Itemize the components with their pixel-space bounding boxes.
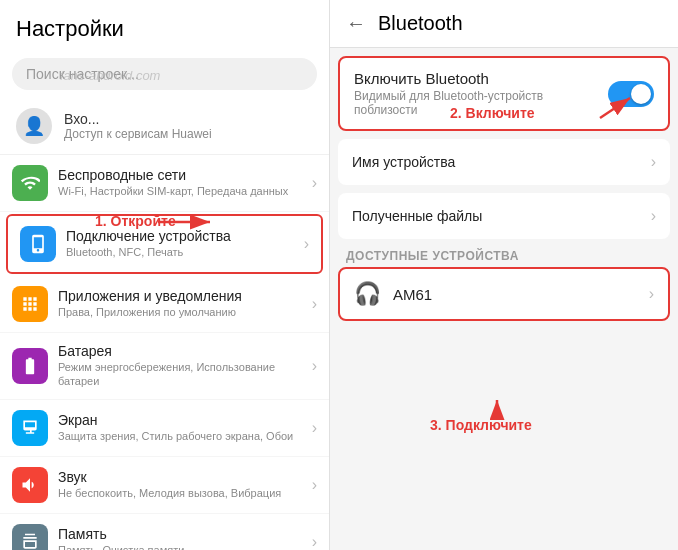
chevron-icon: › bbox=[304, 235, 309, 253]
enable-bluetooth-box: Включить Bluetooth Видимый для Bluetooth… bbox=[338, 56, 670, 131]
menu-item[interactable]: Батарея Режим энергосбережения, Использо… bbox=[0, 333, 329, 400]
account-name: Вхо... bbox=[64, 111, 313, 127]
enable-bluetooth-row: Включить Bluetooth Видимый для Bluetooth… bbox=[354, 70, 654, 117]
menu-item[interactable]: Звук Не беспокоить, Мелодия вызова, Вибр… bbox=[0, 457, 329, 514]
sound-text: Звук Не беспокоить, Мелодия вызова, Вибр… bbox=[58, 469, 312, 500]
chevron-icon: › bbox=[312, 476, 317, 494]
wifi-icon bbox=[12, 165, 48, 201]
search-placeholder: Поиск настроек... bbox=[26, 66, 139, 82]
battery-sub: Режим энергосбережения, Использование ба… bbox=[58, 360, 312, 389]
chevron-icon: › bbox=[651, 153, 656, 171]
device-icon bbox=[20, 226, 56, 262]
wireless-text: Беспроводные сети Wi-Fi, Настройки SIM-к… bbox=[58, 167, 312, 198]
chevron-icon: › bbox=[312, 295, 317, 313]
bt-device-row[interactable]: 🎧 AM61 › bbox=[338, 267, 670, 321]
bluetooth-header: ← Bluetooth bbox=[330, 0, 678, 48]
received-files-row[interactable]: Полученные файлы › bbox=[338, 193, 670, 239]
display-icon bbox=[12, 410, 48, 446]
battery-icon bbox=[12, 348, 48, 384]
enable-bluetooth-info: Включить Bluetooth Видимый для Bluetooth… bbox=[354, 70, 608, 117]
account-sub: Доступ к сервисам Huawei bbox=[64, 127, 313, 141]
device-name: AM61 bbox=[393, 286, 649, 303]
storage-text: Память Память, Очистка памяти bbox=[58, 526, 312, 550]
apps-text: Приложения и уведомления Права, Приложен… bbox=[58, 288, 312, 319]
device-name-label: Имя устройства bbox=[352, 154, 455, 170]
settings-title: Настройки bbox=[0, 0, 329, 50]
apps-title: Приложения и уведомления bbox=[58, 288, 312, 304]
display-text: Экран Защита зрения, Стиль рабочего экра… bbox=[58, 412, 312, 443]
menu-item[interactable]: Экран Защита зрения, Стиль рабочего экра… bbox=[0, 400, 329, 457]
chevron-icon: › bbox=[312, 357, 317, 375]
storage-icon bbox=[12, 524, 48, 550]
display-sub: Защита зрения, Стиль рабочего экрана, Об… bbox=[58, 429, 312, 443]
device-text: Подключение устройства Bluetooth, NFC, П… bbox=[66, 228, 304, 259]
menu-item[interactable]: Беспроводные сети Wi-Fi, Настройки SIM-к… bbox=[0, 155, 329, 212]
chevron-icon: › bbox=[312, 174, 317, 192]
available-devices-header: ДОСТУПНЫЕ УСТРОЙСТВА bbox=[330, 243, 678, 267]
storage-sub: Память, Очистка памяти bbox=[58, 543, 312, 550]
device-connection-item[interactable]: Подключение устройства Bluetooth, NFC, П… bbox=[6, 214, 323, 274]
device-title: Подключение устройства bbox=[66, 228, 304, 244]
menu-item[interactable]: Приложения и уведомления Права, Приложен… bbox=[0, 276, 329, 333]
enable-bluetooth-title: Включить Bluetooth bbox=[354, 70, 608, 87]
display-title: Экран bbox=[58, 412, 312, 428]
avatar: 👤 bbox=[16, 108, 52, 144]
account-row[interactable]: 👤 Вхо... Доступ к сервисам Huawei bbox=[0, 98, 329, 155]
apps-sub: Права, Приложения по умолчанию bbox=[58, 305, 312, 319]
device-name-row[interactable]: Имя устройства › bbox=[338, 139, 670, 185]
battery-title: Батарея bbox=[58, 343, 312, 359]
device-sub: Bluetooth, NFC, Печать bbox=[66, 245, 304, 259]
bluetooth-panel: ← Bluetooth Включить Bluetooth Видимый д… bbox=[330, 0, 678, 550]
page-title: Bluetooth bbox=[378, 12, 463, 35]
received-files-label: Полученные файлы bbox=[352, 208, 482, 224]
bluetooth-toggle[interactable] bbox=[608, 81, 654, 107]
chevron-icon: › bbox=[312, 419, 317, 437]
storage-title: Память bbox=[58, 526, 312, 542]
enable-bluetooth-sub: Видимый для Bluetooth-устройств поблизос… bbox=[354, 89, 608, 117]
account-info: Вхо... Доступ к сервисам Huawei bbox=[64, 111, 313, 141]
settings-panel: Настройки Поиск настроек... 👤 Вхо... Дос… bbox=[0, 0, 330, 550]
menu-item[interactable]: Память Память, Очистка памяти › bbox=[0, 514, 329, 550]
back-button[interactable]: ← bbox=[346, 12, 366, 35]
chevron-icon: › bbox=[312, 533, 317, 550]
apps-icon bbox=[12, 286, 48, 322]
sound-sub: Не беспокоить, Мелодия вызова, Вибрация bbox=[58, 486, 312, 500]
chevron-icon: › bbox=[649, 285, 654, 303]
battery-text: Батарея Режим энергосбережения, Использо… bbox=[58, 343, 312, 389]
sound-title: Звук bbox=[58, 469, 312, 485]
wireless-title: Беспроводные сети bbox=[58, 167, 312, 183]
chevron-icon: › bbox=[651, 207, 656, 225]
headphone-icon: 🎧 bbox=[354, 281, 381, 307]
search-bar[interactable]: Поиск настроек... bbox=[12, 58, 317, 90]
wireless-sub: Wi-Fi, Настройки SIM-карт, Передача данн… bbox=[58, 184, 312, 198]
sound-icon bbox=[12, 467, 48, 503]
